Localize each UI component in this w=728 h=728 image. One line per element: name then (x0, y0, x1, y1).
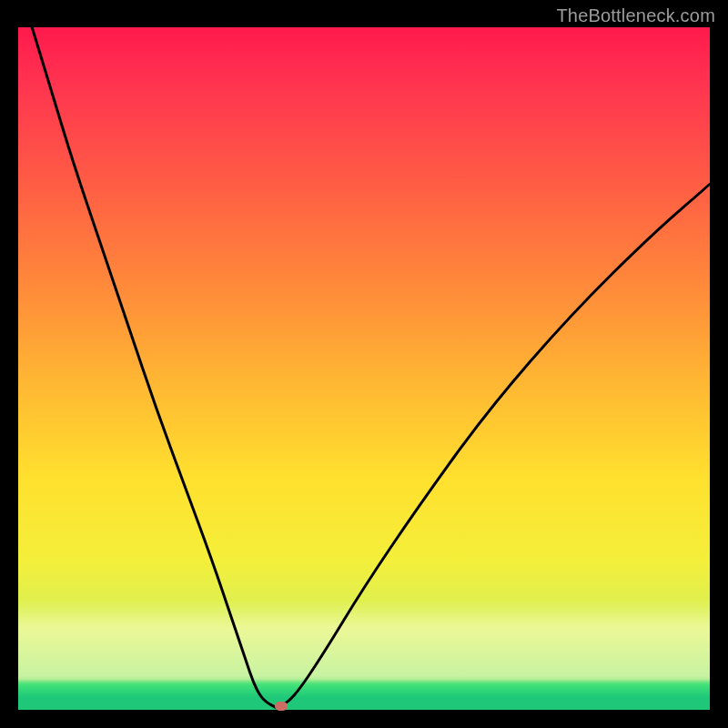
bottleneck-curve (32, 27, 710, 708)
optimum-marker (275, 702, 288, 711)
curve-svg (18, 27, 710, 710)
chart-frame: TheBottleneck.com (0, 0, 728, 728)
plot-area (18, 27, 710, 710)
watermark-text: TheBottleneck.com (556, 5, 715, 26)
